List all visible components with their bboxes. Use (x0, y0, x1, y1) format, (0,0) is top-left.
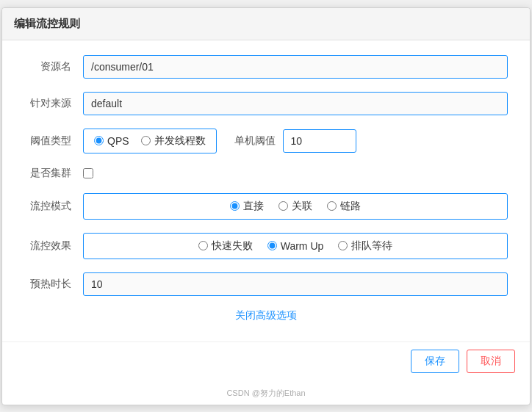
threshold-type-label: 阈值类型 (24, 134, 83, 148)
source-name-control (83, 55, 508, 79)
warmup-text: Warm Up (281, 240, 324, 252)
source-name-row: 资源名 (24, 55, 508, 79)
chain-mode-label[interactable]: 链路 (327, 200, 361, 213)
qps-radio-label[interactable]: QPS (94, 135, 129, 147)
thread-radio-text: 并发线程数 (154, 134, 206, 148)
flow-mode-label: 流控模式 (24, 200, 83, 213)
dialog-body: 资源名 针对来源 阈值类型 QPS (2, 40, 530, 341)
warmup-label[interactable]: Warm Up (267, 240, 324, 252)
flow-effect-control: 快速失败 Warm Up 排队等待 (83, 233, 508, 259)
flow-mode-radio-group: 直接 关联 链路 (83, 193, 508, 220)
cluster-checkbox[interactable] (83, 168, 93, 178)
thread-radio[interactable] (141, 136, 151, 145)
close-advanced-link[interactable]: 关闭高级选项 (24, 309, 508, 322)
cluster-label: 是否集群 (24, 167, 83, 180)
cluster-control (83, 168, 508, 178)
relate-mode-text: 关联 (292, 200, 312, 213)
from-source-label: 针对来源 (24, 97, 83, 110)
source-name-input[interactable] (83, 55, 508, 79)
warmup-duration-row: 预热时长 (24, 272, 508, 296)
thread-radio-label[interactable]: 并发线程数 (141, 134, 206, 148)
source-name-label: 资源名 (24, 60, 83, 73)
warmup-duration-label: 预热时长 (24, 278, 83, 291)
close-advanced-text: 关闭高级选项 (235, 309, 297, 321)
direct-mode-text: 直接 (243, 200, 264, 213)
direct-mode-radio[interactable] (230, 201, 240, 211)
single-threshold-input[interactable] (283, 129, 356, 153)
watermark: CSDN @努力的Ethan (2, 385, 530, 405)
dialog-footer: 保存 取消 (2, 341, 530, 385)
queue-label[interactable]: 排队等待 (338, 239, 392, 253)
save-button[interactable]: 保存 (411, 350, 459, 373)
chain-mode-radio[interactable] (327, 201, 337, 211)
qps-radio-text: QPS (107, 135, 129, 147)
dialog-title: 编辑流控规则 (2, 8, 530, 40)
relate-mode-label[interactable]: 关联 (278, 200, 312, 213)
flow-effect-label: 流控效果 (24, 239, 83, 253)
fast-fail-radio[interactable] (198, 241, 208, 250)
relate-mode-radio[interactable] (278, 201, 288, 211)
flow-mode-control: 直接 关联 链路 (83, 193, 508, 220)
threshold-type-control: QPS 并发线程数 单机阈值 (83, 129, 508, 153)
from-source-input[interactable] (83, 92, 508, 115)
qps-radio[interactable] (94, 136, 104, 145)
flow-effect-radio-group: 快速失败 Warm Up 排队等待 (83, 233, 508, 259)
chain-mode-text: 链路 (340, 200, 361, 213)
single-threshold-label: 单机阈值 (234, 134, 276, 148)
flow-mode-row: 流控模式 直接 关联 链路 (24, 193, 508, 220)
cluster-row: 是否集群 (24, 167, 508, 180)
direct-mode-label[interactable]: 直接 (230, 200, 264, 213)
from-source-row: 针对来源 (24, 92, 508, 115)
fast-fail-label[interactable]: 快速失败 (198, 239, 253, 253)
edit-flow-rule-dialog: 编辑流控规则 资源名 针对来源 阈值类型 QPS (1, 7, 531, 405)
fast-fail-text: 快速失败 (212, 239, 253, 253)
warmup-duration-input[interactable] (83, 272, 508, 296)
cancel-button[interactable]: 取消 (467, 350, 515, 373)
from-source-control (83, 92, 508, 115)
threshold-type-row: 阈值类型 QPS 并发线程数 单机阈值 (24, 129, 508, 153)
threshold-radio-group: QPS 并发线程数 (83, 129, 217, 153)
cluster-checkbox-item (83, 168, 508, 178)
flow-effect-row: 流控效果 快速失败 Warm Up 排队等待 (24, 233, 508, 259)
warmup-duration-control (83, 272, 508, 296)
queue-radio[interactable] (338, 241, 348, 250)
warmup-radio[interactable] (267, 241, 277, 250)
queue-text: 排队等待 (351, 239, 392, 253)
